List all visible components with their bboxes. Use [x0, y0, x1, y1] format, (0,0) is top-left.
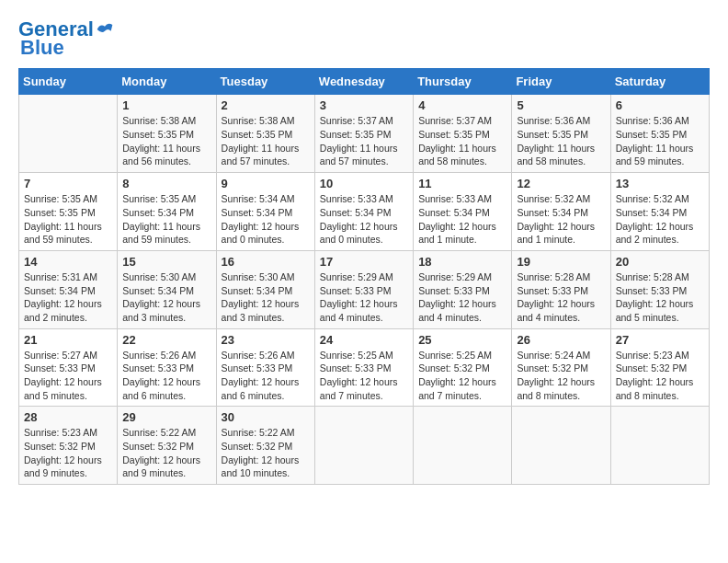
day-info: Sunrise: 5:29 AM Sunset: 5:33 PM Dayligh… — [320, 270, 408, 325]
day-info: Sunrise: 5:31 AM Sunset: 5:34 PM Dayligh… — [24, 270, 112, 325]
calendar-day-cell: 15Sunrise: 5:30 AM Sunset: 5:34 PM Dayli… — [118, 250, 216, 328]
day-number: 11 — [418, 177, 506, 190]
calendar-day-cell: 9Sunrise: 5:34 AM Sunset: 5:34 PM Daylig… — [216, 173, 314, 251]
calendar-day-cell — [314, 407, 413, 485]
day-number: 3 — [320, 98, 408, 112]
calendar-day-cell: 22Sunrise: 5:26 AM Sunset: 5:33 PM Dayli… — [118, 328, 216, 407]
day-number: 16 — [222, 255, 310, 269]
day-info: Sunrise: 5:32 AM Sunset: 5:34 PM Dayligh… — [616, 192, 704, 247]
calendar-day-cell: 13Sunrise: 5:32 AM Sunset: 5:34 PM Dayli… — [610, 173, 709, 251]
day-info: Sunrise: 5:26 AM Sunset: 5:33 PM Dayligh… — [122, 349, 210, 403]
calendar-day-cell: 28Sunrise: 5:23 AM Sunset: 5:32 PM Dayli… — [19, 407, 118, 485]
day-info: Sunrise: 5:33 AM Sunset: 5:34 PM Dayligh… — [418, 192, 506, 247]
calendar-day-cell: 6Sunrise: 5:36 AM Sunset: 5:35 PM Daylig… — [610, 95, 709, 173]
calendar-day-cell: 19Sunrise: 5:28 AM Sunset: 5:33 PM Dayli… — [512, 250, 610, 328]
calendar-day-cell: 14Sunrise: 5:31 AM Sunset: 5:34 PM Dayli… — [19, 250, 118, 328]
calendar-day-cell: 7Sunrise: 5:35 AM Sunset: 5:35 PM Daylig… — [19, 173, 118, 251]
calendar-day-cell: 4Sunrise: 5:37 AM Sunset: 5:35 PM Daylig… — [414, 95, 512, 173]
calendar-header-cell: Thursday — [414, 69, 512, 95]
day-number: 30 — [222, 410, 310, 424]
day-info: Sunrise: 5:35 AM Sunset: 5:34 PM Dayligh… — [122, 192, 210, 247]
day-number: 29 — [122, 410, 210, 424]
day-info: Sunrise: 5:30 AM Sunset: 5:34 PM Dayligh… — [222, 270, 310, 325]
day-info: Sunrise: 5:28 AM Sunset: 5:33 PM Dayligh… — [517, 270, 605, 325]
day-number: 15 — [122, 255, 210, 269]
calendar-week-row: 14Sunrise: 5:31 AM Sunset: 5:34 PM Dayli… — [19, 250, 710, 328]
calendar-week-row: 21Sunrise: 5:27 AM Sunset: 5:33 PM Dayli… — [19, 328, 710, 407]
day-info: Sunrise: 5:36 AM Sunset: 5:35 PM Dayligh… — [616, 114, 704, 168]
calendar-day-cell — [19, 95, 118, 173]
day-number: 12 — [517, 177, 605, 190]
calendar-header-cell: Tuesday — [216, 69, 314, 95]
day-number: 4 — [418, 98, 506, 112]
day-info: Sunrise: 5:29 AM Sunset: 5:33 PM Dayligh… — [418, 270, 506, 325]
calendar-header-cell: Friday — [512, 69, 610, 95]
day-number: 19 — [517, 255, 605, 269]
day-number: 17 — [320, 255, 408, 269]
day-number: 9 — [222, 177, 310, 190]
logo: General Blue — [18, 18, 114, 59]
calendar-day-cell: 25Sunrise: 5:25 AM Sunset: 5:32 PM Dayli… — [414, 328, 512, 407]
day-info: Sunrise: 5:22 AM Sunset: 5:32 PM Dayligh… — [122, 426, 210, 480]
day-info: Sunrise: 5:37 AM Sunset: 5:35 PM Dayligh… — [418, 114, 506, 168]
day-number: 5 — [517, 98, 605, 112]
day-number: 1 — [122, 98, 210, 112]
day-number: 21 — [24, 333, 112, 347]
calendar-week-row: 1Sunrise: 5:38 AM Sunset: 5:35 PM Daylig… — [19, 95, 710, 173]
calendar-header-cell: Saturday — [610, 69, 709, 95]
calendar-week-row: 7Sunrise: 5:35 AM Sunset: 5:35 PM Daylig… — [19, 173, 710, 251]
day-number: 25 — [418, 333, 506, 347]
calendar-day-cell: 27Sunrise: 5:23 AM Sunset: 5:32 PM Dayli… — [610, 328, 709, 407]
calendar-day-cell — [414, 407, 512, 485]
calendar-day-cell: 30Sunrise: 5:22 AM Sunset: 5:32 PM Dayli… — [216, 407, 314, 485]
calendar-day-cell: 1Sunrise: 5:38 AM Sunset: 5:35 PM Daylig… — [118, 95, 216, 173]
day-info: Sunrise: 5:35 AM Sunset: 5:35 PM Dayligh… — [24, 192, 112, 247]
logo-icon — [96, 20, 114, 39]
day-number: 10 — [320, 177, 408, 190]
day-number: 7 — [24, 177, 112, 190]
calendar-day-cell: 21Sunrise: 5:27 AM Sunset: 5:33 PM Dayli… — [19, 328, 118, 407]
day-info: Sunrise: 5:26 AM Sunset: 5:33 PM Dayligh… — [222, 349, 310, 403]
calendar-day-cell: 20Sunrise: 5:28 AM Sunset: 5:33 PM Dayli… — [610, 250, 709, 328]
calendar-header-cell: Monday — [118, 69, 216, 95]
day-number: 23 — [222, 333, 310, 347]
day-info: Sunrise: 5:38 AM Sunset: 5:35 PM Dayligh… — [222, 114, 310, 168]
calendar-header-cell: Wednesday — [314, 69, 413, 95]
day-info: Sunrise: 5:23 AM Sunset: 5:32 PM Dayligh… — [24, 426, 112, 480]
calendar-body: 1Sunrise: 5:38 AM Sunset: 5:35 PM Daylig… — [19, 95, 710, 485]
calendar-day-cell: 12Sunrise: 5:32 AM Sunset: 5:34 PM Dayli… — [512, 173, 610, 251]
page-header: General Blue — [18, 18, 710, 59]
day-info: Sunrise: 5:22 AM Sunset: 5:32 PM Dayligh… — [222, 426, 310, 480]
day-info: Sunrise: 5:23 AM Sunset: 5:32 PM Dayligh… — [616, 349, 704, 403]
calendar-day-cell: 3Sunrise: 5:37 AM Sunset: 5:35 PM Daylig… — [314, 95, 413, 173]
day-info: Sunrise: 5:32 AM Sunset: 5:34 PM Dayligh… — [517, 192, 605, 247]
day-info: Sunrise: 5:24 AM Sunset: 5:32 PM Dayligh… — [517, 349, 605, 403]
calendar-day-cell: 8Sunrise: 5:35 AM Sunset: 5:34 PM Daylig… — [118, 173, 216, 251]
day-number: 22 — [122, 333, 210, 347]
calendar-day-cell: 18Sunrise: 5:29 AM Sunset: 5:33 PM Dayli… — [414, 250, 512, 328]
calendar-day-cell: 29Sunrise: 5:22 AM Sunset: 5:32 PM Dayli… — [118, 407, 216, 485]
day-number: 18 — [418, 255, 506, 269]
calendar-header-cell: Sunday — [19, 69, 118, 95]
calendar-day-cell — [610, 407, 709, 485]
day-number: 24 — [320, 333, 408, 347]
calendar-day-cell: 24Sunrise: 5:25 AM Sunset: 5:33 PM Dayli… — [314, 328, 413, 407]
calendar-day-cell: 23Sunrise: 5:26 AM Sunset: 5:33 PM Dayli… — [216, 328, 314, 407]
calendar-day-cell — [512, 407, 610, 485]
calendar-header-row: SundayMondayTuesdayWednesdayThursdayFrid… — [19, 69, 710, 95]
calendar-day-cell: 5Sunrise: 5:36 AM Sunset: 5:35 PM Daylig… — [512, 95, 610, 173]
day-info: Sunrise: 5:25 AM Sunset: 5:33 PM Dayligh… — [320, 349, 408, 403]
day-info: Sunrise: 5:36 AM Sunset: 5:35 PM Dayligh… — [517, 114, 605, 168]
day-info: Sunrise: 5:30 AM Sunset: 5:34 PM Dayligh… — [122, 270, 210, 325]
calendar-day-cell: 2Sunrise: 5:38 AM Sunset: 5:35 PM Daylig… — [216, 95, 314, 173]
day-info: Sunrise: 5:27 AM Sunset: 5:33 PM Dayligh… — [24, 349, 112, 403]
calendar-week-row: 28Sunrise: 5:23 AM Sunset: 5:32 PM Dayli… — [19, 407, 710, 485]
day-number: 20 — [616, 255, 704, 269]
day-info: Sunrise: 5:37 AM Sunset: 5:35 PM Dayligh… — [320, 114, 408, 168]
day-number: 26 — [517, 333, 605, 347]
day-info: Sunrise: 5:25 AM Sunset: 5:32 PM Dayligh… — [418, 349, 506, 403]
calendar-day-cell: 17Sunrise: 5:29 AM Sunset: 5:33 PM Dayli… — [314, 250, 413, 328]
day-info: Sunrise: 5:28 AM Sunset: 5:33 PM Dayligh… — [616, 270, 704, 325]
calendar-day-cell: 10Sunrise: 5:33 AM Sunset: 5:34 PM Dayli… — [314, 173, 413, 251]
day-number: 6 — [616, 98, 704, 112]
